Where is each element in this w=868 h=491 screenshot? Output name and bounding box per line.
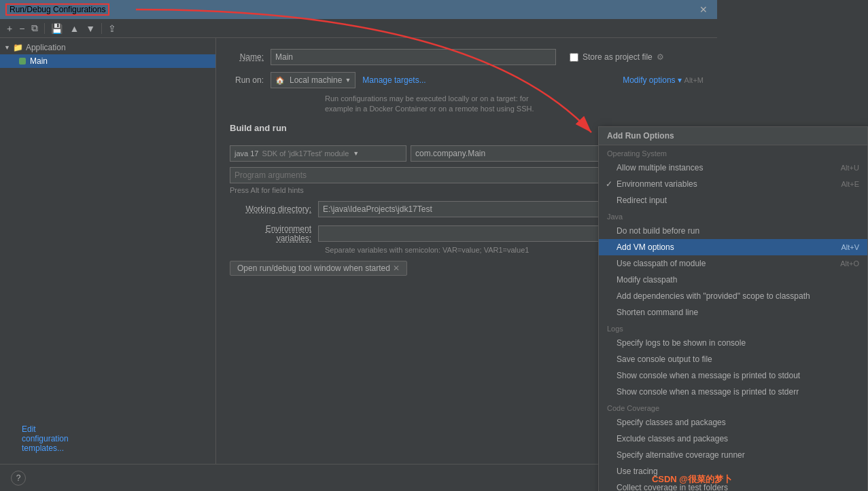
- logs-section-label: Logs: [599, 321, 867, 335]
- exclude-classes-item[interactable]: Exclude classes and packages: [599, 431, 867, 447]
- save-button[interactable]: 💾: [48, 21, 65, 36]
- add-button[interactable]: +: [4, 21, 15, 36]
- manage-targets-link[interactable]: Manage targets...: [362, 75, 426, 85]
- allow-multiple-shortcut: Alt+U: [841, 164, 859, 172]
- move-down-button[interactable]: ▼: [83, 21, 98, 36]
- csdn-watermark: CSDN @很菜的梦卜: [652, 473, 732, 486]
- close-button[interactable]: ✕: [695, 3, 712, 16]
- store-project-checkbox[interactable]: [570, 53, 578, 62]
- env-vars-label: Environment variables:: [230, 224, 318, 243]
- exclude-classes-label: Exclude classes and packages: [617, 434, 728, 443]
- run-on-value: Local machine: [290, 75, 342, 85]
- sdk-module: SDK of 'jdk17Test' module: [260, 149, 349, 158]
- toolbar-separator-1: [44, 23, 45, 34]
- hint-line1: Run configurations may be executed local…: [325, 94, 529, 103]
- show-console-stdout-item[interactable]: Show console when a message is printed t…: [599, 367, 867, 384]
- share-icon: ⇪: [108, 23, 116, 34]
- modify-options-container: Modify options ▾ Alt+M: [623, 75, 704, 85]
- dropdown-menu: Add Run Options Operating System Allow m…: [598, 126, 868, 491]
- store-project-label[interactable]: Store as project file: [583, 52, 653, 62]
- specify-logs-label: Specify logs to be shown in console: [617, 338, 746, 348]
- java-section-label: Java: [599, 208, 867, 223]
- name-input-wrapper: [271, 49, 556, 65]
- run-hint: Run configurations may be executed local…: [325, 94, 704, 115]
- hint-line2: example in a Docker Container or on a re…: [325, 105, 534, 113]
- run-on-row: Run on: 🏠 Local machine ▼ Manage targets…: [230, 72, 704, 88]
- remove-button[interactable]: −: [16, 21, 27, 36]
- dialog-title: Run/Debug Configurations: [10, 5, 105, 14]
- use-tracing-item[interactable]: Use tracing: [599, 463, 867, 479]
- open-tool-window-tag[interactable]: Open run/debug tool window when started …: [230, 261, 407, 276]
- modify-options-button[interactable]: Modify options ▾: [623, 75, 681, 85]
- app-folder-icon: 📁: [13, 43, 23, 52]
- use-classpath-shortcut: Alt+O: [840, 259, 859, 268]
- remove-icon: −: [19, 23, 24, 34]
- name-input[interactable]: [271, 49, 556, 65]
- copy-button[interactable]: ⧉: [29, 20, 41, 36]
- store-project-row: Store as project file ⚙: [570, 52, 664, 62]
- sidebar-item-main[interactable]: Main: [0, 54, 215, 68]
- build-run-title: Build and run: [230, 123, 287, 133]
- env-vars-shortcut: Alt+E: [841, 180, 859, 188]
- modify-classpath-label: Modify classpath: [617, 275, 677, 285]
- shorten-cmdline-item[interactable]: Shorten command line: [599, 304, 867, 321]
- save-icon: 💾: [51, 23, 63, 34]
- modify-classpath-item[interactable]: Modify classpath: [599, 272, 867, 288]
- add-vm-options-item[interactable]: Add VM options Alt+V: [599, 239, 867, 255]
- name-label: Name:: [230, 52, 271, 62]
- config-type-icon: [19, 58, 26, 65]
- redirect-input-item[interactable]: Redirect input: [599, 192, 867, 208]
- name-row: Name: Store as project file ⚙: [230, 49, 704, 65]
- os-section-label: Operating System: [599, 145, 867, 160]
- add-icon: +: [7, 23, 12, 34]
- title-bar-box: Run/Debug Configurations: [5, 3, 109, 16]
- run-on-dropdown[interactable]: 🏠 Local machine ▼: [271, 72, 355, 88]
- use-classpath-item[interactable]: Use classpath of module Alt+O: [599, 255, 867, 272]
- run-on-label: Run on:: [230, 75, 271, 85]
- allow-multiple-item[interactable]: Allow multiple instances Alt+U: [599, 160, 867, 176]
- show-console-stderr-item[interactable]: Show console when a message is printed t…: [599, 384, 867, 400]
- show-console-stderr-label: Show console when a message is printed t…: [617, 387, 799, 397]
- specify-classes-label: Specify classes and packages: [617, 418, 726, 427]
- working-dir-label: Working directory:: [230, 204, 318, 214]
- share-button[interactable]: ⇪: [105, 21, 119, 36]
- open-tool-window-label: Open run/debug tool window when started: [237, 263, 390, 273]
- specify-logs-item[interactable]: Specify logs to be shown in console: [599, 335, 867, 351]
- copy-icon: ⧉: [31, 22, 38, 33]
- dropdown-header: Add Run Options: [599, 127, 867, 145]
- alt-coverage-label: Specify alternative coverage runner: [617, 450, 745, 460]
- tag-close-icon[interactable]: ✕: [393, 263, 400, 273]
- collect-coverage-item[interactable]: Collect coverage in test folders: [599, 479, 867, 491]
- specify-classes-item[interactable]: Specify classes and packages: [599, 414, 867, 431]
- env-vars-item-label: Environment variables: [617, 179, 697, 189]
- help-button[interactable]: ?: [11, 471, 26, 486]
- move-up-button[interactable]: ▲: [67, 21, 82, 36]
- save-console-item[interactable]: Save console output to file: [599, 351, 867, 367]
- use-classpath-label: Use classpath of module: [617, 259, 706, 268]
- home-icon: 🏠: [275, 76, 285, 85]
- sdk-dropdown[interactable]: java 17 SDK of 'jdk17Test' module ▼: [230, 145, 406, 162]
- sidebar-group-label: Application: [26, 43, 66, 52]
- move-down-icon: ▼: [86, 23, 95, 34]
- alt-coverage-item[interactable]: Specify alternative coverage runner: [599, 447, 867, 463]
- redirect-input-label: Redirect input: [617, 196, 667, 205]
- edit-templates-link[interactable]: Edit configuration templates...: [22, 424, 69, 453]
- toolbar: + − ⧉ 💾 ▲ ▼ ⇪: [0, 19, 717, 38]
- move-up-icon: ▲: [69, 23, 79, 34]
- coverage-section-label: Code Coverage: [599, 400, 867, 414]
- allow-multiple-label: Allow multiple instances: [617, 163, 703, 172]
- sdk-value: java 17: [235, 149, 258, 158]
- chevron-down-icon-2: ▾: [678, 75, 682, 85]
- toolbar-separator-2: [101, 23, 102, 34]
- add-vm-shortcut: Alt+V: [841, 243, 859, 251]
- no-build-item[interactable]: Do not build before run: [599, 223, 867, 239]
- add-dependencies-item[interactable]: Add dependencies with "provided" scope t…: [599, 288, 867, 304]
- title-bar-left: Run/Debug Configurations: [5, 3, 109, 16]
- gear-icon[interactable]: ⚙: [657, 52, 664, 62]
- sdk-chevron-icon: ▼: [353, 150, 359, 157]
- sidebar-item-label: Main: [30, 56, 48, 66]
- add-dependencies-label: Add dependencies with "provided" scope t…: [617, 291, 810, 301]
- env-vars-item[interactable]: ✓ Environment variables Alt+E: [599, 176, 867, 192]
- sidebar-group-application[interactable]: ▼ 📁 Application: [0, 41, 215, 54]
- sidebar: ▼ 📁 Application Main Edit configuration …: [0, 38, 216, 464]
